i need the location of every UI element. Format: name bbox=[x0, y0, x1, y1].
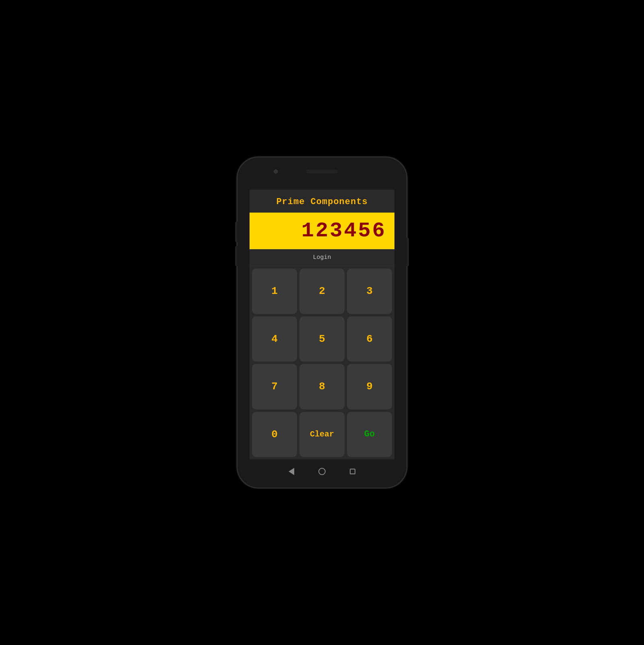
app-title: Prime Components bbox=[250, 190, 394, 213]
clear-button[interactable]: Clear bbox=[299, 412, 345, 457]
login-label: Login bbox=[250, 249, 394, 266]
phone-screen: Prime Components 123456 Login 1 2 3 4 5 … bbox=[250, 190, 394, 459]
key-3[interactable]: 3 bbox=[347, 269, 392, 314]
home-button[interactable] bbox=[318, 468, 326, 475]
volume-up-button[interactable] bbox=[235, 222, 237, 242]
key-0[interactable]: 0 bbox=[252, 412, 297, 457]
volume-down-button[interactable] bbox=[235, 246, 237, 266]
key-9[interactable]: 9 bbox=[347, 364, 392, 409]
key-7[interactable]: 7 bbox=[252, 364, 297, 409]
key-5[interactable]: 5 bbox=[299, 316, 345, 362]
key-4[interactable]: 4 bbox=[252, 316, 297, 362]
power-button[interactable] bbox=[407, 238, 409, 266]
key-6[interactable]: 6 bbox=[347, 316, 392, 362]
phone-top-bar bbox=[237, 157, 407, 190]
display-value: 123456 bbox=[258, 219, 386, 243]
keypad: 1 2 3 4 5 6 7 8 9 0 Clear Go bbox=[250, 266, 394, 459]
go-button[interactable]: Go bbox=[347, 412, 392, 457]
key-1[interactable]: 1 bbox=[252, 269, 297, 314]
back-button[interactable] bbox=[289, 468, 294, 475]
display-area: 123456 bbox=[250, 213, 394, 249]
recents-button[interactable] bbox=[350, 469, 355, 474]
front-camera bbox=[274, 170, 278, 174]
key-2[interactable]: 2 bbox=[299, 269, 345, 314]
bottom-nav-bar bbox=[237, 459, 407, 488]
earpiece-speaker bbox=[306, 170, 338, 174]
key-8[interactable]: 8 bbox=[299, 364, 345, 409]
phone-device: Prime Components 123456 Login 1 2 3 4 5 … bbox=[237, 157, 407, 488]
